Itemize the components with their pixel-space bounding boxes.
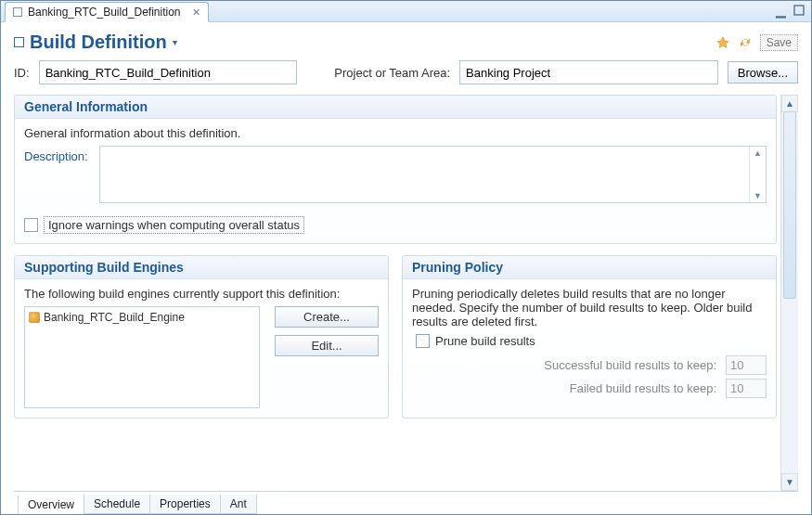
- general-info-subtitle: General information about this definitio…: [24, 126, 767, 140]
- id-label: ID:: [14, 66, 30, 80]
- description-label: Description:: [24, 146, 88, 163]
- engines-header: Supporting Build Engines: [15, 256, 388, 279]
- expand-section-icon[interactable]: [14, 37, 24, 47]
- pruning-subtitle: Pruning periodically deletes build resul…: [412, 287, 767, 328]
- engine-icon: [29, 312, 40, 323]
- successful-keep-input: 10: [726, 355, 767, 375]
- scroll-thumb[interactable]: [783, 111, 796, 299]
- file-icon: [13, 7, 22, 17]
- prune-results-label: Prune build results: [435, 334, 535, 348]
- page-title-menu-icon[interactable]: ▾: [173, 37, 177, 47]
- editor-tab[interactable]: Banking_RTC_Build_Definition ✕: [5, 2, 209, 22]
- description-scrollbar[interactable]: ▲▼: [749, 147, 766, 202]
- edit-engine-button[interactable]: Edit...: [275, 335, 379, 356]
- list-item[interactable]: Banking_RTC_Build_Engine: [29, 311, 255, 324]
- engines-list[interactable]: Banking_RTC_Build_Engine: [24, 306, 260, 408]
- scroll-down-icon[interactable]: ▼: [781, 473, 798, 491]
- engines-subtitle: The following build engines currently su…: [24, 287, 379, 301]
- ignore-warnings-checkbox[interactable]: [24, 218, 38, 232]
- scroll-up-icon[interactable]: ▲: [754, 148, 762, 158]
- engine-item-label: Banking_RTC_Build_Engine: [44, 311, 185, 324]
- failed-keep-label: Failed build results to keep:: [570, 381, 716, 395]
- area-input[interactable]: [459, 60, 718, 84]
- svg-rect-0: [794, 6, 804, 15]
- bottom-tabbar: Overview Schedule Properties Ant: [14, 491, 798, 514]
- failed-keep-input: 10: [726, 379, 767, 398]
- scroll-up-icon[interactable]: ▲: [781, 95, 798, 112]
- vertical-scrollbar[interactable]: ▲ ▼: [780, 95, 798, 491]
- editor-tabbar: Banking_RTC_Build_Definition ✕ ▁: [1, 1, 811, 22]
- description-textarea[interactable]: ▲▼: [99, 146, 767, 203]
- pruning-section: Pruning Policy Pruning periodically dele…: [402, 255, 777, 418]
- general-info-section: General Information General information …: [14, 95, 777, 244]
- refresh-icon[interactable]: [738, 35, 753, 50]
- engines-section: Supporting Build Engines The following b…: [14, 255, 389, 418]
- save-button: Save: [760, 34, 798, 51]
- tab-ant[interactable]: Ant: [220, 495, 257, 514]
- tab-overview[interactable]: Overview: [18, 496, 84, 514]
- close-tab-icon[interactable]: ✕: [192, 6, 200, 19]
- browse-button[interactable]: Browse...: [728, 61, 798, 84]
- minimize-view-icon[interactable]: ▁: [774, 4, 787, 17]
- pruning-header: Pruning Policy: [403, 256, 776, 279]
- scroll-down-icon[interactable]: ▼: [754, 191, 762, 200]
- ignore-warnings-label: Ignore warnings when computing overall s…: [44, 216, 304, 234]
- editor-tab-label: Banking_RTC_Build_Definition: [28, 6, 181, 19]
- create-engine-button[interactable]: Create...: [275, 306, 379, 328]
- general-info-header: General Information: [15, 96, 776, 119]
- id-input[interactable]: [39, 60, 298, 84]
- maximize-view-icon[interactable]: [793, 4, 806, 17]
- prune-results-checkbox[interactable]: [416, 334, 430, 348]
- tab-properties[interactable]: Properties: [149, 495, 221, 514]
- successful-keep-label: Successful build results to keep:: [544, 358, 716, 372]
- action-icon-1[interactable]: [715, 35, 730, 50]
- area-label: Project or Team Area:: [334, 66, 450, 80]
- page-title: Build Definition: [30, 32, 167, 53]
- tab-schedule[interactable]: Schedule: [84, 495, 150, 514]
